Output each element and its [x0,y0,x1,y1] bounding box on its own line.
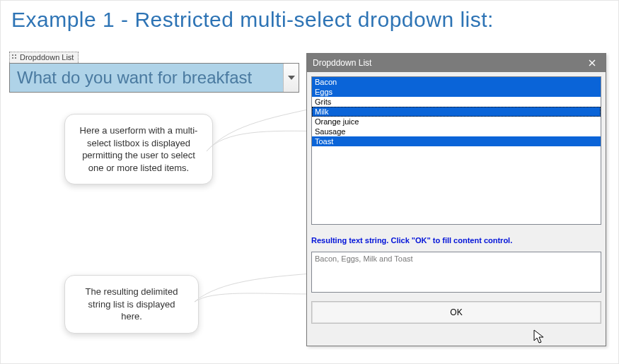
list-item[interactable]: Toast [312,136,601,146]
callout-listbox-explainer: Here a userform with a multi-select list… [64,114,213,184]
content-control-tab[interactable]: Dropddown List [9,52,79,63]
close-icon [589,59,596,66]
dialog-title: Dropddown List [313,58,371,68]
items-listbox[interactable]: BaconEggsGritsMilkOrange juiceSausageToa… [311,76,601,225]
instruction-label: Resulting text string. Click "OK" to fil… [311,236,601,245]
callout-text: Here a userform with a multi-select list… [80,125,198,173]
callout-tail-icon [191,270,318,319]
page-title: Example 1 - Restricted multi-select drop… [11,8,494,32]
ok-button[interactable]: OK [312,302,601,323]
userform-dialog: Dropddown List BaconEggsGritsMilkOrange … [306,53,606,346]
dropdown-button[interactable] [283,64,299,92]
list-item[interactable]: Milk [312,107,601,117]
list-item[interactable]: Sausage [312,127,601,136]
content-control-field[interactable]: What do you want for breakfast [10,64,283,92]
callout-result-explainer: The resulting delimited string list is d… [64,275,199,334]
result-textbox[interactable]: Bacon, Eggs, Milk and Toast [311,252,601,293]
dialog-titlebar[interactable]: Dropddown List [307,54,606,72]
list-item[interactable]: Orange juice [312,117,601,127]
list-item[interactable]: Grits [312,97,601,107]
document-canvas: Example 1 - Restricted multi-select drop… [0,0,619,364]
close-button[interactable] [579,54,606,72]
list-item[interactable]: Eggs [312,87,601,97]
list-item[interactable]: Bacon [312,77,601,87]
chevron-down-icon [288,76,295,80]
content-control: Dropddown List What do you want for brea… [9,50,299,93]
callout-text: The resulting delimited string list is d… [86,286,178,322]
